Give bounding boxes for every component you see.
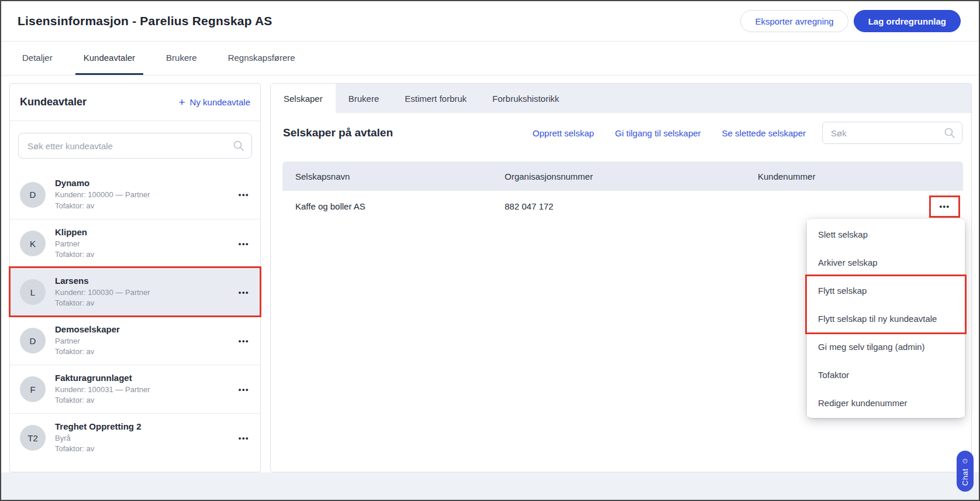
agreement-info: Treghet Oppretting 2 Byrå Tofaktor: av — [55, 421, 237, 454]
menu-item-flytt-selskap-til-ny-kundeavtale[interactable]: Flytt selskap til ny kundeavtale — [807, 304, 965, 332]
tab-selskaper[interactable]: Selskaper — [271, 84, 336, 113]
menu-item-gi-meg-selv-tilgang[interactable]: Gi meg selv tilgang (admin) — [807, 332, 965, 361]
menu-item-slett-selskap[interactable]: Slett selskap — [807, 220, 965, 248]
agreement-subtitle: Partner — [55, 239, 237, 249]
tab-regnskapsforere[interactable]: Regnskapsførere — [220, 42, 303, 75]
avatar: T2 — [20, 425, 46, 451]
agreement-name: Demoselskaper — [55, 324, 237, 334]
new-agreement-button[interactable]: + Ny kundeavtale — [178, 97, 250, 108]
agreement-search — [18, 133, 252, 159]
agreement-name: Fakturagrunnlaget — [55, 373, 237, 383]
company-name-cell: Kaffe og boller AS — [295, 201, 505, 211]
tab-estimert-forbruk[interactable]: Estimert forbruk — [392, 84, 479, 113]
avatar: D — [20, 182, 46, 208]
agreement-twofactor: Tofaktor: av — [55, 298, 237, 308]
grant-access-link[interactable]: Gi tilgang til selskaper — [615, 128, 701, 138]
agreement-list: D Dynamo Kundenr: 100000 — Partner Tofak… — [10, 170, 260, 462]
page-header: Lisensinformasjon - Parelius Regnskap AS… — [1, 1, 979, 42]
kebab-menu-icon: ••• — [939, 202, 950, 211]
agreement-twofactor: Tofaktor: av — [55, 201, 237, 211]
agreement-subtitle: Kundenr: 100030 — Partner — [55, 287, 237, 298]
agreement-subtitle: Partner — [55, 336, 237, 346]
agreements-title: Kundeavtaler — [20, 96, 87, 108]
companies-actions: Opprett selskap Gi tilgang til selskaper… — [533, 128, 806, 138]
avatar: D — [20, 328, 46, 354]
menu-item-rediger-kundenummer[interactable]: Rediger kundenummer — [807, 389, 965, 417]
agreement-twofactor: Tofaktor: av — [55, 444, 237, 454]
annotated-menu-group: Flytt selskap Flytt selskap til ny kunde… — [807, 276, 965, 332]
agreement-subtitle: Kundenr: 100000 — Partner — [55, 190, 237, 200]
list-item-treghet-oppretting-2[interactable]: T2 Treghet Oppretting 2 Byrå Tofaktor: a… — [10, 413, 260, 462]
table-row[interactable]: Kaffe og boller AS 882 047 172 ••• — [282, 191, 963, 222]
avatar: K — [20, 231, 46, 256]
column-organisasjonsnummer: Organisasjonsnummer — [505, 171, 758, 181]
tab-panel-brukere[interactable]: Brukere — [336, 84, 392, 113]
list-item-klippen[interactable]: K Klippen Partner Tofaktor: av ••• — [10, 219, 260, 267]
header-actions: Eksporter avregning Lag ordregrunnlag — [740, 10, 961, 32]
create-order-basis-button[interactable]: Lag ordregrunnlag — [854, 10, 961, 32]
agreement-twofactor: Tofaktor: av — [55, 395, 237, 406]
page-title: Lisensinformasjon - Parelius Regnskap AS — [18, 14, 272, 28]
agreement-info: Dynamo Kundenr: 100000 — Partner Tofakto… — [55, 178, 237, 211]
agreement-name: Dynamo — [55, 178, 237, 188]
kebab-menu-icon[interactable]: ••• — [237, 188, 250, 201]
main-tab-bar: Detaljer Kundeavtaler Brukere Regnskapsf… — [1, 42, 979, 76]
kebab-menu-icon[interactable]: ••• — [237, 383, 250, 396]
agreements-header: Kundeavtaler + Ny kundeavtale — [10, 84, 260, 121]
menu-item-flytt-selskap[interactable]: Flytt selskap — [807, 276, 965, 304]
company-context-menu: Slett selskap Arkiver selskap Flytt sels… — [807, 219, 965, 418]
new-agreement-label: Ny kundeavtale — [190, 97, 250, 107]
plus-icon: + — [178, 97, 185, 108]
company-search-input[interactable] — [822, 122, 962, 144]
agreement-name: Larsens — [55, 276, 237, 286]
row-actions-button-annotated[interactable]: ••• — [931, 197, 958, 216]
tab-detaljer[interactable]: Detaljer — [14, 42, 61, 75]
chat-button-content: Chat ☺ — [961, 457, 969, 486]
create-company-link[interactable]: Opprett selskap — [533, 128, 594, 138]
table-header-row: Selskapsnavn Organisasjonsnummer Kundenu… — [282, 162, 963, 191]
agreement-info: Fakturagrunnlaget Kundenr: 100031 — Part… — [55, 373, 237, 406]
companies-table: Selskapsnavn Organisasjonsnummer Kundenu… — [282, 162, 963, 222]
agreement-twofactor: Tofaktor: av — [55, 346, 237, 357]
agreement-subtitle: Kundenr: 100031 — Partner — [55, 385, 237, 395]
export-settlement-button[interactable]: Eksporter avregning — [740, 10, 848, 32]
agreement-info: Klippen Partner Tofaktor: av — [55, 227, 237, 260]
agreement-twofactor: Tofaktor: av — [55, 249, 237, 260]
menu-item-tofaktor[interactable]: Tofaktor — [807, 361, 965, 389]
tab-forbrukshistorikk[interactable]: Forbrukshistorikk — [479, 84, 572, 113]
robot-face-icon: ☺ — [961, 457, 969, 466]
list-item-fakturagrunnlaget[interactable]: F Fakturagrunnlaget Kundenr: 100031 — Pa… — [10, 365, 260, 413]
agreement-name: Treghet Oppretting 2 — [55, 421, 237, 431]
chat-button[interactable]: Chat ☺ — [957, 451, 974, 492]
tab-brukere[interactable]: Brukere — [158, 42, 205, 75]
companies-section-title: Selskaper på avtalen — [283, 126, 393, 139]
agreement-info: Larsens Kundenr: 100030 — Partner Tofakt… — [55, 276, 237, 308]
customer-number-cell: ••• — [758, 197, 958, 216]
kebab-menu-icon[interactable]: ••• — [237, 237, 250, 250]
companies-section-header: Selskaper på avtalen Opprett selskap Gi … — [271, 113, 971, 153]
avatar: F — [20, 376, 46, 402]
list-item-dynamo[interactable]: D Dynamo Kundenr: 100000 — Partner Tofak… — [10, 170, 260, 219]
column-kundenummer: Kundenummer — [758, 171, 950, 181]
kebab-menu-icon[interactable]: ••• — [237, 286, 250, 299]
list-item-demoselskaper[interactable]: D Demoselskaper Partner Tofaktor: av ••• — [10, 316, 260, 365]
agreement-subtitle: Byrå — [55, 433, 237, 444]
tab-kundeavtaler[interactable]: Kundeavtaler — [75, 42, 143, 75]
view-deleted-companies-link[interactable]: Se slettede selskaper — [722, 128, 806, 138]
kebab-menu-icon[interactable]: ••• — [237, 431, 250, 445]
org-number-cell: 882 047 172 — [505, 201, 758, 211]
panel-tab-bar: Selskaper Brukere Estimert forbruk Forbr… — [271, 84, 971, 113]
kebab-menu-icon[interactable]: ••• — [237, 334, 250, 348]
company-search — [822, 122, 962, 144]
chat-label: Chat — [961, 469, 969, 486]
list-item-larsens-selected[interactable]: L Larsens Kundenr: 100030 — Partner Tofa… — [10, 267, 260, 316]
license-info-page: { "annotation_color": "#e0382d", "header… — [0, 0, 980, 501]
avatar: L — [20, 279, 46, 305]
agreement-info: Demoselskaper Partner Tofaktor: av — [55, 324, 237, 357]
customer-agreements-panel: Kundeavtaler + Ny kundeavtale D Dynamo K… — [9, 83, 261, 472]
column-selskapsnavn: Selskapsnavn — [295, 171, 505, 181]
menu-item-arkiver-selskap[interactable]: Arkiver selskap — [807, 248, 965, 276]
page-footer-strip — [1, 472, 979, 500]
agreement-name: Klippen — [55, 227, 237, 237]
agreement-search-input[interactable] — [18, 133, 252, 159]
